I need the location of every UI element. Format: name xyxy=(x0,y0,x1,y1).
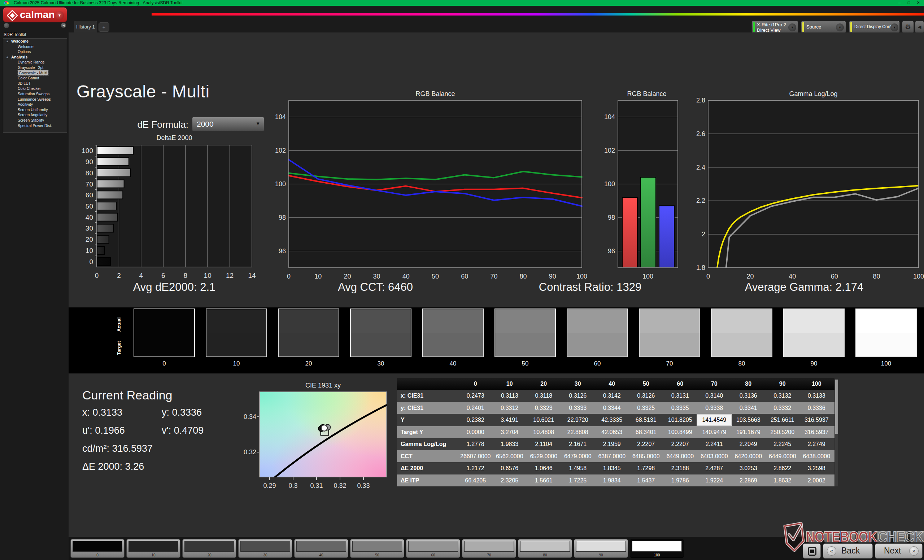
table-cell[interactable]: 0.3131 xyxy=(663,390,698,402)
table-cell[interactable]: 2.2049 xyxy=(731,438,765,450)
table-cell[interactable]: 0.3132 xyxy=(765,390,800,402)
table-cell[interactable]: 68.5131 xyxy=(629,414,663,426)
table-cell[interactable]: 0.3140 xyxy=(698,390,732,402)
table-cell[interactable]: 0.3133 xyxy=(800,390,834,402)
tree-item-analysis[interactable]: ◢Analysis xyxy=(3,54,67,60)
pattern-tile-80[interactable]: 80 xyxy=(518,539,572,558)
tree-expand-icon[interactable]: ◢ xyxy=(6,39,8,44)
display-control-dropdown[interactable]: Direct Display Control ▼ xyxy=(849,21,900,34)
pattern-tile-20[interactable]: 20 xyxy=(182,539,236,558)
table-cell[interactable]: 0.3142 xyxy=(595,390,629,402)
table-cell[interactable]: 22.9720 xyxy=(561,414,595,426)
table-cell[interactable]: 1.2172 xyxy=(458,462,493,475)
table-cell[interactable]: 6479.0000 xyxy=(561,450,595,463)
table-cell[interactable]: 0.3312 xyxy=(493,402,527,414)
table-cell[interactable]: 6562.0000 xyxy=(493,450,527,463)
scrollbar-thumb[interactable] xyxy=(835,380,838,434)
table-cell[interactable]: 3.0253 xyxy=(731,462,765,475)
table-cell[interactable]: 1.9833 xyxy=(493,438,527,450)
table-cell[interactable]: 0.3126 xyxy=(561,390,595,402)
table-cell[interactable]: 68.3401 xyxy=(629,426,663,439)
table-cell[interactable]: 0.2473 xyxy=(458,390,493,402)
table-cell[interactable]: 1.7298 xyxy=(629,462,663,475)
pattern-tile-100[interactable]: 100 xyxy=(630,539,684,558)
pattern-tile-40[interactable]: 40 xyxy=(294,539,348,558)
tree-item-color-gamut[interactable]: Color Gamut xyxy=(3,75,67,81)
table-cell[interactable]: 0.3136 xyxy=(731,390,765,402)
table-cell[interactable]: 3.2598 xyxy=(800,462,834,475)
table-cell[interactable]: 22.8808 xyxy=(561,426,595,439)
table-cell[interactable]: 251.6611 xyxy=(765,414,800,426)
tree-item-spectral-power-dist-[interactable]: Spectral Power Dist. xyxy=(3,123,67,129)
chevron-down-icon[interactable]: ▼ xyxy=(55,11,64,20)
table-cell[interactable]: 2.2411 xyxy=(698,438,732,450)
table-cell[interactable]: 1.7225 xyxy=(561,475,595,487)
table-cell[interactable]: 6420.0000 xyxy=(731,450,765,463)
pattern-tile-0[interactable]: 0 xyxy=(70,539,124,558)
table-cell[interactable]: 2.4287 xyxy=(698,462,732,475)
table-cell[interactable]: 140.9479 xyxy=(698,426,732,439)
table-cell[interactable]: 1.9834 xyxy=(595,475,629,487)
de-formula-select[interactable]: 2000 ▼ xyxy=(192,117,264,131)
table-cell[interactable]: 6485.0000 xyxy=(629,450,663,463)
tree-item-screen-uniformity[interactable]: Screen Uniformity xyxy=(3,107,67,112)
table-cell[interactable]: 0.3336 xyxy=(800,402,834,414)
chevron-down-icon[interactable]: ▼ xyxy=(890,24,898,31)
table-cell[interactable]: 66.4205 xyxy=(458,475,493,487)
table-cell[interactable]: 0.3344 xyxy=(595,402,629,414)
tree-item-dynamic-range[interactable]: Dynamic Range xyxy=(3,60,67,65)
table-cell[interactable]: 6387.0000 xyxy=(595,450,629,463)
tree-item-grayscale-2pt[interactable]: Grayscale - 2pt xyxy=(3,65,67,70)
table-cell[interactable]: 1.0646 xyxy=(526,462,561,475)
table-cell[interactable]: 0.3323 xyxy=(526,402,561,414)
table-cell[interactable]: 0.3126 xyxy=(629,390,663,402)
table-cell[interactable]: 1.2778 xyxy=(458,438,493,450)
table-cell[interactable]: 0.6576 xyxy=(493,462,527,475)
table-cell[interactable]: 6529.0000 xyxy=(526,450,561,463)
table-cell[interactable]: 0.3338 xyxy=(698,402,732,414)
pattern-tile-10[interactable]: 10 xyxy=(126,539,180,558)
source-dropdown[interactable]: Source ▼ xyxy=(801,21,846,34)
table-cell[interactable]: 0.3332 xyxy=(765,402,800,414)
table-cell[interactable]: 2.2749 xyxy=(800,438,834,450)
table-cell[interactable]: 6449.0000 xyxy=(765,450,800,463)
add-tab-button[interactable]: + xyxy=(99,22,110,32)
table-cell[interactable]: 6438.0000 xyxy=(800,450,834,463)
pattern-tile-30[interactable]: 30 xyxy=(238,539,292,558)
table-cell[interactable]: 0.3333 xyxy=(561,402,595,414)
tree-item-luminance-sweeps[interactable]: Luminance Sweeps xyxy=(3,97,67,102)
tree-item-screen-stability[interactable]: Screen Stability xyxy=(3,118,67,123)
tree-item-additivity[interactable]: Additivity xyxy=(3,102,67,107)
chevron-down-icon[interactable]: ▼ xyxy=(836,24,844,31)
table-cell[interactable]: 0.3341 xyxy=(731,402,765,414)
table-cell[interactable]: 2.8622 xyxy=(765,462,800,475)
tree-item-welcome[interactable]: Welcome xyxy=(3,44,67,49)
table-cell[interactable]: 0.3113 xyxy=(493,390,527,402)
table-cell[interactable]: 3.2704 xyxy=(493,426,527,439)
tree-item-colorchecker[interactable]: ColorChecker xyxy=(3,86,67,91)
table-cell[interactable]: 2.1671 xyxy=(561,438,595,450)
table-cell[interactable]: 1.9786 xyxy=(663,475,698,487)
table-cell[interactable]: 0.3335 xyxy=(663,402,698,414)
table-cell[interactable]: 10.6021 xyxy=(526,414,561,426)
table-cell[interactable]: 250.5200 xyxy=(765,426,800,439)
pattern-tile-60[interactable]: 60 xyxy=(406,539,460,558)
table-cell[interactable]: 0.2401 xyxy=(458,402,493,414)
meter-dropdown[interactable]: X-Rite i1Pro 2 Direct View ▼ xyxy=(752,21,798,34)
table-cell[interactable]: 2.3188 xyxy=(663,462,698,475)
table-cell[interactable]: 2.1959 xyxy=(595,438,629,450)
pattern-tile-50[interactable]: 50 xyxy=(350,539,404,558)
minimize-icon[interactable]: – xyxy=(895,0,904,5)
settings-button[interactable]: ⚙ xyxy=(902,21,914,34)
maximize-icon[interactable]: □ xyxy=(904,0,913,5)
table-cell[interactable]: 316.5937 xyxy=(800,414,834,426)
table-cell[interactable]: 2.0002 xyxy=(800,475,834,487)
table-cell[interactable]: 1.5437 xyxy=(629,475,663,487)
table-cell[interactable]: 42.0653 xyxy=(595,426,629,439)
chevron-down-icon[interactable]: ▼ xyxy=(788,24,796,31)
table-cell[interactable]: 26607.0000 xyxy=(458,450,493,463)
pattern-tile-70[interactable]: 70 xyxy=(462,539,516,558)
table-cell[interactable]: 316.5937 xyxy=(800,426,834,439)
tree-expand-icon[interactable]: ◢ xyxy=(6,54,8,60)
calman-menu-button[interactable]: calman ▼ xyxy=(3,7,67,22)
